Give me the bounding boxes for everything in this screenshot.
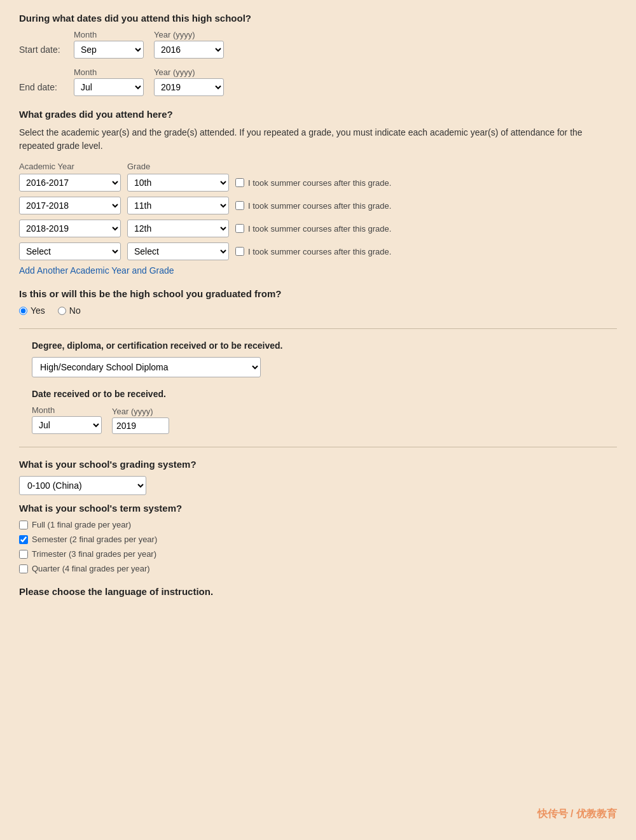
trimester-term-text: Trimester (3 final grades per year) (32, 549, 156, 559)
semester-term-checkbox[interactable] (19, 535, 28, 544)
section-divider-2 (19, 447, 617, 447)
grades-section: What grades did you attend here? Select … (19, 109, 617, 276)
grade-select-2[interactable]: 9th10th11th12th (127, 197, 229, 214)
received-year-input[interactable] (112, 417, 169, 434)
table-row: Select2016-20172017-20182018-2019 Select… (19, 242, 617, 260)
grades-table: Academic Year Grade 2016-20172017-201820… (19, 162, 617, 260)
term-options: Full (1 final grade per year) Semester (… (19, 520, 617, 573)
end-month-select[interactable]: JanFebMarApr MayJunJulAug SepOctNovDec (74, 78, 144, 96)
end-date-label: End date: (19, 82, 64, 96)
start-year-select[interactable]: 201420152016201720182019 (154, 41, 224, 59)
summer-checkbox-label-4[interactable]: I took summer courses after this grade. (235, 247, 391, 256)
received-year-label: Year (yyyy) (112, 407, 169, 416)
table-row: 2016-20172017-20182018-2019 9th10th11th1… (19, 220, 617, 237)
summer-checkbox-4[interactable] (235, 247, 244, 256)
add-academic-year-link[interactable]: Add Another Academic Year and Grade (19, 265, 174, 276)
language-section: Please choose the language of instructio… (19, 586, 617, 597)
summer-label-2: I took summer courses after this grade. (248, 201, 391, 211)
start-month-select[interactable]: JanFebMarApr MayJunJulAug SepOctNovDec (74, 41, 144, 59)
start-month-group: Month JanFebMarApr MayJunJulAug SepOctNo… (74, 30, 144, 59)
summer-label-4: I took summer courses after this grade. (248, 247, 391, 256)
summer-label-3: I took summer courses after this grade. (248, 224, 391, 234)
language-question: Please choose the language of instructio… (19, 586, 617, 597)
yes-label: Yes (31, 305, 45, 316)
full-term-label[interactable]: Full (1 final grade per year) (19, 520, 617, 529)
grades-header: Academic Year Grade (19, 162, 617, 171)
start-month-label: Month (74, 30, 144, 39)
grading-system-select[interactable]: 0-100 (China) Letter grades (A-F) Percen… (19, 476, 146, 495)
full-term-checkbox[interactable] (19, 521, 28, 529)
date-received-question: Date received or to be received. (32, 389, 604, 399)
academic-year-select-4[interactable]: Select2016-20172017-20182018-2019 (19, 242, 121, 260)
no-radio-label[interactable]: No (58, 305, 81, 316)
graduation-question: Is this or will this be the high school … (19, 288, 617, 299)
summer-checkbox-1[interactable] (235, 178, 244, 187)
end-year-group: Year (yyyy) 201420152016201720182019 (154, 67, 224, 96)
degree-question: Degree, diploma, or certification receiv… (32, 340, 604, 351)
grade-header: Grade (127, 162, 229, 171)
summer-checkbox-label-2[interactable]: I took summer courses after this grade. (235, 201, 391, 211)
academic-year-header: Academic Year (19, 162, 121, 171)
received-month-group: Month JanFebMarApr MayJunJulAug SepOctNo… (32, 405, 102, 434)
attendance-question: During what dates did you attend this hi… (19, 13, 617, 24)
grades-description: Select the academic year(s) and the grad… (19, 126, 617, 153)
date-received-row: Month JanFebMarApr MayJunJulAug SepOctNo… (32, 405, 604, 434)
start-date-row: Start date: Month JanFebMarApr MayJunJul… (19, 30, 617, 59)
grades-question: What grades did you attend here? (19, 109, 617, 120)
grade-select-3[interactable]: 9th10th11th12th (127, 220, 229, 237)
received-year-group: Year (yyyy) (112, 407, 169, 434)
quarter-term-text: Quarter (4 final grades per year) (32, 564, 150, 573)
start-year-label: Year (yyyy) (154, 30, 224, 39)
end-month-group: Month JanFebMarApr MayJunJulAug SepOctNo… (74, 67, 144, 96)
academic-year-select-2[interactable]: 2016-20172017-20182018-2019 (19, 197, 121, 214)
graduation-radio-group: Yes No (19, 305, 617, 316)
no-label: No (69, 305, 81, 316)
grade-select-4[interactable]: Select9th10th11th12th (127, 242, 229, 260)
full-term-text: Full (1 final grade per year) (32, 520, 131, 529)
graduation-section: Is this or will this be the high school … (19, 288, 617, 316)
summer-checkbox-2[interactable] (235, 201, 244, 210)
table-row: 2016-20172017-20182018-2019 9th10th11th1… (19, 197, 617, 214)
end-year-label: Year (yyyy) (154, 67, 224, 77)
attendance-dates-section: During what dates did you attend this hi… (19, 13, 617, 96)
watermark: 快传号 / 优教教育 (537, 808, 617, 821)
start-year-group: Year (yyyy) 201420152016201720182019 (154, 30, 224, 59)
summer-checkbox-label-3[interactable]: I took summer courses after this grade. (235, 224, 391, 234)
semester-term-text: Semester (2 final grades per year) (32, 535, 157, 544)
end-month-label: Month (74, 67, 144, 77)
grading-question: What is your school's grading system? (19, 459, 617, 470)
degree-section: Degree, diploma, or certification receiv… (19, 340, 617, 434)
end-date-row: End date: Month JanFebMarApr MayJunJulAu… (19, 67, 617, 96)
yes-radio-label[interactable]: Yes (19, 305, 45, 316)
section-divider-1 (19, 328, 617, 329)
start-date-label: Start date: (19, 45, 64, 59)
quarter-term-checkbox[interactable] (19, 564, 28, 573)
no-radio[interactable] (58, 307, 66, 315)
summer-checkbox-3[interactable] (235, 224, 244, 233)
table-row: 2016-20172017-20182018-2019 9th10th11th1… (19, 174, 617, 192)
semester-term-label[interactable]: Semester (2 final grades per year) (19, 535, 617, 544)
trimester-term-checkbox[interactable] (19, 550, 28, 559)
trimester-term-label[interactable]: Trimester (3 final grades per year) (19, 549, 617, 559)
term-system-question: What is your school's term system? (19, 503, 617, 514)
grading-section: What is your school's grading system? 0-… (19, 459, 617, 573)
summer-label-1: I took summer courses after this grade. (248, 178, 391, 188)
end-year-select[interactable]: 201420152016201720182019 (154, 78, 224, 96)
yes-radio[interactable] (19, 307, 27, 315)
degree-select[interactable]: High/Secondary School Diploma Other (32, 357, 261, 377)
summer-checkbox-label-1[interactable]: I took summer courses after this grade. (235, 178, 391, 188)
grade-select-1[interactable]: 9th10th11th12th (127, 174, 229, 192)
quarter-term-label[interactable]: Quarter (4 final grades per year) (19, 564, 617, 573)
academic-year-select-1[interactable]: 2016-20172017-20182018-2019 (19, 174, 121, 192)
received-month-label: Month (32, 405, 102, 415)
received-month-select[interactable]: JanFebMarApr MayJunJulAug SepOctNovDec (32, 416, 102, 434)
academic-year-select-3[interactable]: 2016-20172017-20182018-2019 (19, 220, 121, 237)
